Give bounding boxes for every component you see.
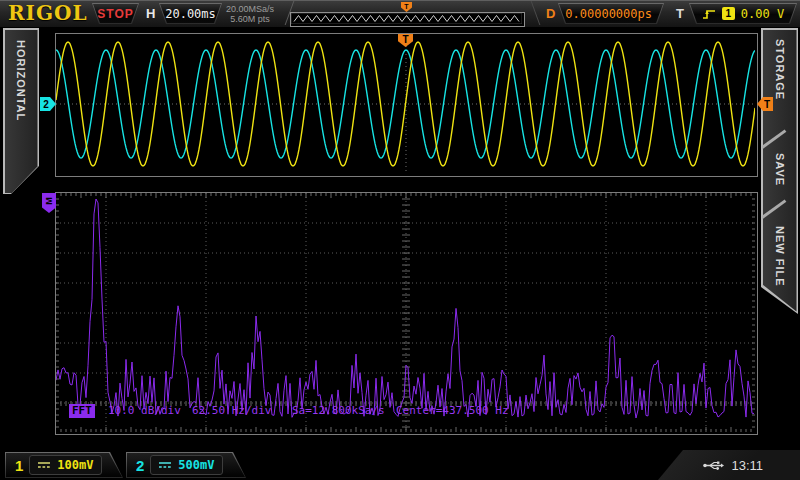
trigger-level-marker[interactable]: T (757, 97, 773, 111)
clock: 13:11 (731, 458, 763, 473)
fft-spectrum-trace (56, 199, 754, 418)
run-state-label: STOP (97, 7, 133, 21)
timebase-value: 20.00ms (165, 7, 216, 21)
ch2-number: 2 (136, 457, 144, 474)
fft-trace (56, 193, 755, 432)
memory-depth: 5.60M pts (222, 14, 278, 24)
fft-sample-rate: Sa=12.800kSa/s (292, 404, 385, 417)
trigger-display[interactable]: 1 0.00 V (689, 3, 797, 24)
delay-value: 0.00000000ps (565, 7, 652, 21)
fft-db-scale: 10.0 dB/div (108, 404, 181, 417)
divider (523, 1, 541, 25)
ch1-status[interactable]: 1 100mV (5, 452, 123, 478)
channel-status-bar: 1 100mV 2 500mV (0, 450, 800, 480)
horizontal-label: H (146, 6, 155, 21)
time-domain-traces (56, 34, 755, 174)
ch2-scale: 500mV (178, 458, 214, 472)
dc-coupling-icon (38, 461, 50, 469)
rigol-logo: RIGOL (8, 1, 88, 25)
dc-coupling-icon (159, 461, 171, 469)
tab-horizontal-menu[interactable]: HORIZONTAL (3, 28, 39, 194)
rising-edge-icon (702, 8, 716, 20)
tab-horizontal-label: HORIZONTAL (15, 40, 27, 121)
ch1-scale: 100mV (57, 458, 93, 472)
fft-hz-per-div: 62.50 Hz/div (192, 404, 271, 417)
delay-label: D (546, 6, 555, 21)
oscilloscope-screen: RIGOL STOP H 20.00ms 20.00MSa/s 5.60M pt… (0, 0, 800, 480)
tab-item-new-file[interactable]: NEW FILE (774, 226, 786, 287)
tab-item-storage[interactable]: STORAGE (774, 39, 786, 100)
delay-display[interactable]: 0.00000000ps (558, 3, 664, 24)
usb-icon (702, 460, 724, 471)
trigger-level-value: 0.00 V (741, 7, 784, 21)
status-bar: RIGOL STOP H 20.00ms 20.00MSa/s 5.60M pt… (0, 0, 800, 27)
fft-window: FFT 10.0 dB/div 62.50 Hz/div Sa=12.800kS… (55, 192, 758, 435)
tab-storage-menu[interactable]: STORAGE SAVE NEW FILE (761, 28, 798, 314)
waveform-preview-strip[interactable] (290, 12, 525, 27)
fft-badge: FFT (69, 404, 95, 418)
run-state-button[interactable]: STOP (92, 3, 139, 24)
time-domain-window (55, 33, 758, 177)
sample-rate: 20.00MSa/s (222, 4, 278, 14)
timebase-display[interactable]: 20.00ms (159, 3, 222, 24)
fft-center-frequency: Center=437.500 Hz (396, 404, 509, 417)
math-channel-marker[interactable]: M (42, 193, 56, 213)
trigger-source-badge: 1 (722, 7, 735, 20)
tab-item-save[interactable]: SAVE (774, 153, 786, 186)
acquisition-info: 20.00MSa/s 5.60M pts (222, 4, 278, 24)
ch2-ground-marker[interactable]: 2 (40, 97, 56, 111)
trigger-label: T (676, 6, 684, 21)
ch2-status[interactable]: 2 500mV (126, 452, 246, 478)
ch1-number: 1 (15, 457, 23, 474)
preview-waveform (291, 13, 522, 24)
system-status-panel: 13:11 (658, 450, 800, 480)
